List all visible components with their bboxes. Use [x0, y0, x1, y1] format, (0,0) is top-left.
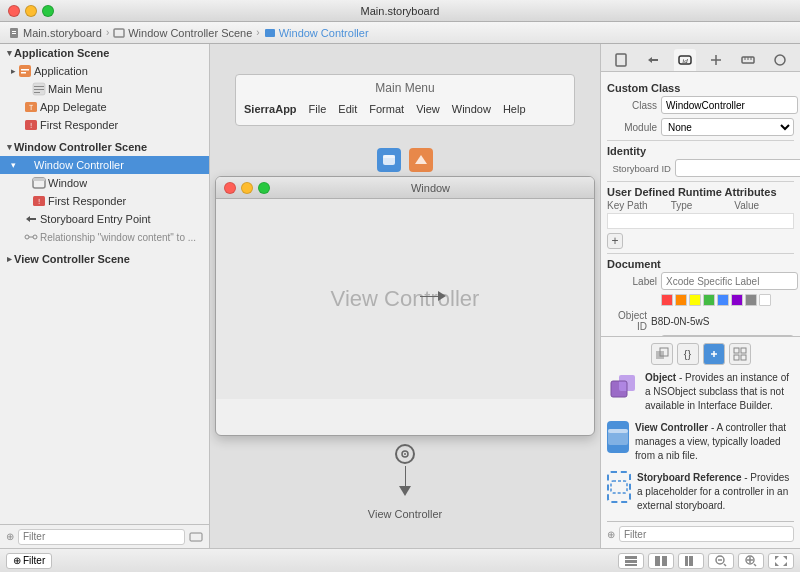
color-green[interactable] [703, 294, 715, 306]
tab-arrow[interactable] [642, 49, 664, 71]
module-row: Module None [607, 118, 794, 136]
section-view-controller-scene[interactable]: View Controller Scene [0, 250, 209, 268]
menu-item-app[interactable]: SierraApp [244, 103, 297, 115]
bottom-tab-grid[interactable] [729, 343, 751, 365]
col-key-path: Key Path [607, 200, 667, 211]
layout-toggle-2[interactable] [648, 553, 674, 569]
menu-item-view[interactable]: View [416, 103, 440, 115]
wc-arrow [8, 160, 18, 170]
breadcrumb-item-2[interactable]: Window Controller Scene [113, 27, 252, 39]
document-title: Document [607, 258, 794, 270]
tab-circle[interactable] [769, 49, 791, 71]
minimize-button[interactable] [25, 5, 37, 17]
svg-text:!: ! [37, 198, 41, 206]
tree-item-relationship[interactable]: Relationship "window content" to ... [0, 228, 209, 246]
vc-bottom-label: View Controller [368, 508, 442, 520]
right-panel-content: Custom Class Class Module None [601, 72, 800, 336]
color-yellow[interactable] [689, 294, 701, 306]
storyboard-id-label: Storyboard ID [607, 163, 671, 174]
breadcrumb-item-3[interactable]: Window Controller [264, 27, 369, 39]
zoom-out-btn[interactable] [708, 553, 734, 569]
menu-item-window[interactable]: Window [452, 103, 491, 115]
tab-file[interactable] [610, 49, 632, 71]
close-button[interactable] [8, 5, 20, 17]
menu-mockup-container: Main Menu SierraApp File Edit Format Vie… [235, 74, 575, 136]
svg-rect-59 [625, 556, 637, 559]
color-white[interactable] [759, 294, 771, 306]
window-icon [32, 176, 46, 190]
tree-item-window-controller[interactable]: Window Controller [0, 156, 209, 174]
section-window-controller-scene[interactable]: Window Controller Scene [0, 138, 209, 156]
menu-item-file[interactable]: File [309, 103, 327, 115]
layout-icon-3 [685, 556, 697, 566]
svg-rect-1 [12, 31, 16, 32]
window-title-text: Window [275, 182, 586, 194]
win-max-btn[interactable] [258, 182, 270, 194]
menu-item-format[interactable]: Format [369, 103, 404, 115]
color-orange[interactable] [675, 294, 687, 306]
svg-rect-51 [734, 355, 739, 360]
win-close-btn[interactable] [224, 182, 236, 194]
class-row: Class [607, 96, 794, 114]
menu-item-help[interactable]: Help [503, 103, 526, 115]
tree-label-main-menu: Main Menu [48, 83, 102, 95]
zoom-in-btn[interactable] [738, 553, 764, 569]
module-label: Module [607, 122, 657, 133]
tree-item-first-responder-2[interactable]: ! First Responder [0, 192, 209, 210]
arrow-connector-line [405, 466, 406, 486]
menu-item-edit[interactable]: Edit [338, 103, 357, 115]
tree-item-main-menu[interactable]: Main Menu [0, 80, 209, 98]
bottom-tab-braces[interactable]: {} [677, 343, 699, 365]
zoom-in-icon [745, 555, 757, 567]
add-attribute-button[interactable]: + [607, 233, 623, 249]
storyboard-id-input[interactable] [675, 159, 800, 177]
color-red[interactable] [661, 294, 673, 306]
tab-plus[interactable] [705, 49, 727, 71]
tab-id[interactable]: id [674, 49, 696, 71]
module-select[interactable]: None [661, 118, 794, 136]
window-ctrl-icon [377, 148, 401, 172]
bottom-filter-btn[interactable]: ⊕ Filter [6, 553, 52, 569]
storyboard-id-row: Storyboard ID [607, 159, 794, 177]
svg-rect-52 [741, 355, 746, 360]
section-application-scene[interactable]: Application Scene [0, 44, 209, 62]
tree-item-application[interactable]: Application [0, 62, 209, 80]
tree-item-app-delegate[interactable]: T App Delegate [0, 98, 209, 116]
tab-ruler[interactable] [737, 49, 759, 71]
layout-toggle-1[interactable] [618, 553, 644, 569]
zoom-fit-btn[interactable] [768, 553, 794, 569]
object-card-text: Object - Provides an instance of a NSObj… [645, 371, 794, 413]
bottom-tab-circle[interactable] [703, 343, 725, 365]
object-card-icon [607, 371, 639, 403]
section-label-vcs: View Controller Scene [14, 253, 130, 265]
object-id-value: B8D-0N-5wS [651, 316, 794, 327]
vc-card-text: View Controller - A controller that mana… [635, 421, 794, 463]
layout-toggle-3[interactable] [678, 553, 704, 569]
tree-item-storyboard-entry[interactable]: Storyboard Entry Point [0, 210, 209, 228]
vc-card: View Controller - A controller that mana… [607, 421, 794, 463]
color-blue[interactable] [717, 294, 729, 306]
col-value: Value [734, 200, 794, 211]
bottom-filter-input[interactable] [619, 526, 794, 542]
scene-icon [113, 27, 125, 39]
color-purple[interactable] [731, 294, 743, 306]
class-input[interactable] [661, 96, 798, 114]
tree-item-window[interactable]: Window [0, 174, 209, 192]
doc-label-input[interactable] [661, 272, 798, 290]
win-min-btn[interactable] [241, 182, 253, 194]
sb-card-title: Storyboard Reference [637, 472, 741, 483]
breadcrumb-item-1[interactable]: Main.storyboard [8, 27, 102, 39]
sb-card-icon [607, 471, 631, 503]
class-label: Class [607, 100, 657, 111]
svg-marker-32 [648, 57, 658, 63]
color-gray[interactable] [745, 294, 757, 306]
maximize-button[interactable] [42, 5, 54, 17]
vc-ctrl-icon [409, 148, 433, 172]
sidebar-tree: Application Scene Application Main Menu [0, 44, 209, 524]
tree-item-first-responder-1[interactable]: ! First Responder [0, 116, 209, 134]
sidebar-filter-input[interactable] [18, 529, 185, 545]
svg-rect-62 [655, 556, 660, 566]
svg-rect-63 [662, 556, 667, 566]
bottom-tab-cube[interactable] [651, 343, 673, 365]
zoom-fit-icon [775, 556, 787, 566]
